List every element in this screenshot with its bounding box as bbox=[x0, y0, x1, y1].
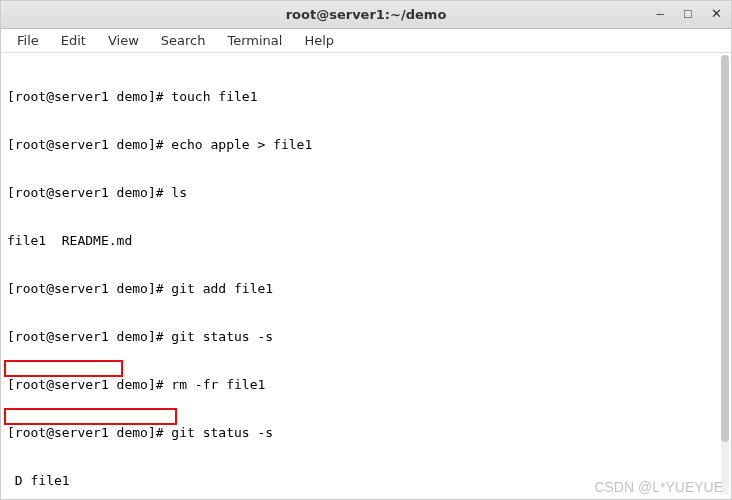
menu-help[interactable]: Help bbox=[294, 31, 344, 50]
close-button[interactable]: ✕ bbox=[707, 4, 725, 22]
terminal-line: [root@server1 demo]# rm -fr file1 bbox=[7, 377, 725, 393]
highlight-box bbox=[4, 408, 177, 425]
scrollbar[interactable] bbox=[721, 55, 729, 495]
terminal-line: [root@server1 demo]# touch file1 bbox=[7, 89, 725, 105]
window-buttons: – □ ✕ bbox=[651, 4, 725, 22]
terminal-line: [root@server1 demo]# git status -s bbox=[7, 329, 725, 345]
terminal-line: [root@server1 demo]# echo apple > file1 bbox=[7, 137, 725, 153]
terminal-line: [root@server1 demo]# ls bbox=[7, 185, 725, 201]
highlight-box bbox=[4, 360, 123, 377]
minimize-button[interactable]: – bbox=[651, 4, 669, 22]
menu-view[interactable]: View bbox=[98, 31, 149, 50]
menu-edit[interactable]: Edit bbox=[51, 31, 96, 50]
window-title: root@server1:~/demo bbox=[286, 7, 447, 22]
terminal-area[interactable]: [root@server1 demo]# touch file1 [root@s… bbox=[1, 53, 731, 500]
terminal-line: file1 README.md bbox=[7, 233, 725, 249]
terminal-line: D file1 bbox=[7, 473, 725, 489]
terminal-line: [root@server1 demo]# git status -s bbox=[7, 425, 725, 441]
terminal-line: [root@server1 demo]# git add file1 bbox=[7, 281, 725, 297]
menu-file[interactable]: File bbox=[7, 31, 49, 50]
menu-terminal[interactable]: Terminal bbox=[217, 31, 292, 50]
window-titlebar: root@server1:~/demo – □ ✕ bbox=[1, 1, 731, 29]
scrollbar-thumb[interactable] bbox=[721, 55, 729, 442]
menu-bar: File Edit View Search Terminal Help bbox=[1, 29, 731, 53]
menu-search[interactable]: Search bbox=[151, 31, 216, 50]
maximize-button[interactable]: □ bbox=[679, 4, 697, 22]
